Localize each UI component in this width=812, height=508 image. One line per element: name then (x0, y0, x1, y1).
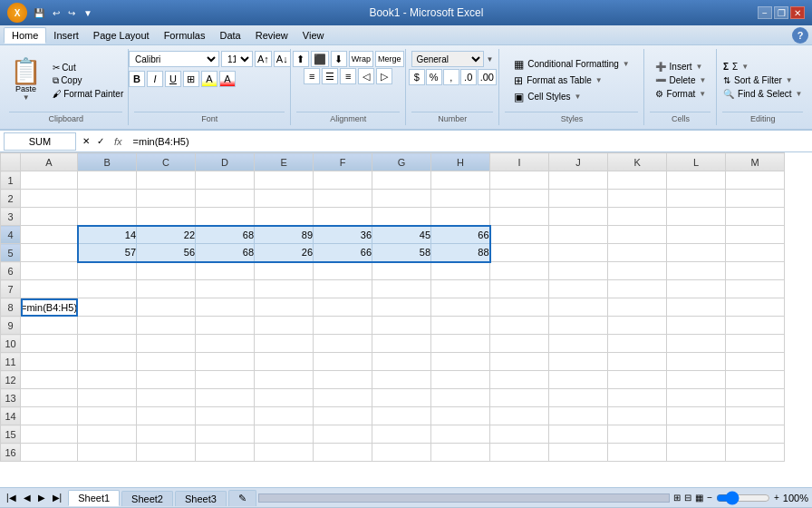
cf-dropdown-arrow[interactable]: ▼ (623, 60, 630, 68)
number-format-dropdown[interactable]: ▼ (486, 55, 493, 64)
delete-dropdown-arrow[interactable]: ▼ (699, 76, 706, 84)
cell-f6[interactable] (314, 262, 372, 280)
menu-formulas[interactable]: Formulas (157, 28, 213, 43)
cell-g3[interactable] (372, 208, 431, 226)
menu-page-layout[interactable]: Page Layout (86, 28, 157, 43)
tab-next-button[interactable]: ▶ (35, 492, 48, 503)
cell-g1[interactable] (372, 171, 431, 190)
name-box[interactable] (4, 132, 76, 151)
paste-dropdown-arrow[interactable]: ▼ (23, 93, 30, 102)
sum-dropdown-arrow[interactable]: ▼ (741, 63, 749, 71)
cell-a6[interactable] (21, 262, 78, 280)
cell-h2[interactable] (431, 190, 490, 208)
cell-m2[interactable] (726, 190, 785, 208)
cell-m3[interactable] (726, 208, 785, 226)
cell-f3[interactable] (314, 208, 372, 226)
find-select-button[interactable]: 🔍 Find & Select ▼ (720, 88, 806, 100)
formula-cancel-button[interactable]: ✕ (80, 136, 92, 146)
cell-l6[interactable] (667, 262, 726, 280)
cell-h3[interactable] (431, 208, 490, 226)
cell-i8[interactable] (431, 298, 490, 317)
cell-c6[interactable] (137, 262, 196, 280)
cell-g5[interactable]: 58 (372, 244, 431, 262)
cell-i5[interactable] (490, 244, 549, 262)
font-size-select[interactable]: 11 (221, 51, 253, 67)
align-middle-button[interactable]: ⬛ (311, 51, 329, 67)
cell-j6[interactable] (549, 262, 608, 280)
row-header-15[interactable]: 15 (1, 425, 21, 444)
cell-a7[interactable] (21, 280, 78, 298)
view-layout-icon[interactable]: ⊟ (684, 493, 691, 503)
cell-j7[interactable] (549, 280, 608, 298)
cell-h8[interactable] (372, 298, 431, 317)
cell-f8[interactable] (255, 298, 314, 317)
tab-last-button[interactable]: ▶| (50, 492, 65, 503)
new-sheet-button[interactable]: ✎ (228, 490, 256, 506)
cell-k5[interactable] (608, 244, 667, 262)
align-right-button[interactable]: ≡ (340, 68, 356, 84)
cell-c1[interactable] (137, 171, 196, 190)
row-header-12[interactable]: 12 (1, 371, 21, 389)
cell-h4[interactable]: 66 (431, 226, 490, 244)
undo-button[interactable]: ↩ (50, 7, 63, 19)
row-header-7[interactable]: 7 (1, 280, 21, 298)
format-button[interactable]: ⚙ Format ▼ (652, 88, 710, 100)
cell-m5[interactable] (726, 244, 785, 262)
zoom-in-button[interactable]: + (774, 493, 779, 503)
cut-button[interactable]: ✂ Cut (49, 62, 127, 73)
delete-button[interactable]: ➖ Delete ▼ (652, 74, 710, 86)
cell-e2[interactable] (255, 190, 314, 208)
cell-k4[interactable] (608, 226, 667, 244)
percent-button[interactable]: % (426, 69, 442, 85)
cell-b4[interactable]: 14 (78, 226, 137, 244)
underline-button[interactable]: U (165, 71, 181, 87)
cell-c5[interactable]: 56 (137, 244, 196, 262)
row-header-10[interactable]: 10 (1, 335, 21, 353)
sheet-tab-2[interactable]: Sheet2 (121, 491, 173, 506)
cell-l4[interactable] (667, 226, 726, 244)
minimize-button[interactable]: − (758, 6, 772, 19)
tab-first-button[interactable]: |◀ (4, 492, 19, 503)
cell-b7[interactable] (78, 280, 137, 298)
cell-i1[interactable] (490, 171, 549, 190)
quick-access-dropdown[interactable]: ▼ (81, 7, 95, 19)
col-header-l[interactable]: L (667, 153, 726, 171)
ft-dropdown-arrow[interactable]: ▼ (595, 76, 603, 84)
number-format-select[interactable]: General (411, 51, 484, 67)
zoom-out-button[interactable]: − (707, 493, 712, 503)
cell-a3[interactable] (21, 208, 78, 226)
cell-f4[interactable]: 36 (314, 226, 372, 244)
cell-k8[interactable] (549, 298, 608, 317)
find-dropdown-arrow[interactable]: ▼ (796, 90, 803, 98)
border-button[interactable]: ⊞ (183, 71, 199, 87)
col-header-m[interactable]: M (726, 153, 785, 171)
cell-a2[interactable] (21, 190, 78, 208)
cell-e6[interactable] (255, 262, 314, 280)
cell-l5[interactable] (667, 244, 726, 262)
formula-confirm-button[interactable]: ✓ (94, 136, 107, 146)
cell-g4[interactable]: 45 (372, 226, 431, 244)
cell-j2[interactable] (549, 190, 608, 208)
insert-dropdown-arrow[interactable]: ▼ (696, 63, 703, 71)
col-header-a[interactable]: A (21, 153, 78, 171)
sf-dropdown-arrow[interactable]: ▼ (786, 76, 793, 84)
tab-prev-button[interactable]: ◀ (21, 492, 34, 503)
row-header-3[interactable]: 3 (1, 208, 21, 226)
row-header-1[interactable]: 1 (1, 171, 21, 190)
decrease-font-button[interactable]: A↓ (274, 51, 291, 67)
cell-d3[interactable] (196, 208, 255, 226)
row-header-4[interactable]: 4 (1, 226, 21, 244)
col-header-f[interactable]: F (314, 153, 372, 171)
format-dropdown-arrow[interactable]: ▼ (699, 90, 706, 98)
cell-c2[interactable] (137, 190, 196, 208)
cell-f5[interactable]: 66 (314, 244, 372, 262)
col-header-j[interactable]: J (549, 153, 608, 171)
merge-center-button[interactable]: Merge (375, 51, 404, 67)
cell-h6[interactable] (431, 262, 490, 280)
cell-e4[interactable]: 89 (255, 226, 314, 244)
decrease-indent-button[interactable]: ◁ (358, 68, 374, 84)
format-table-button[interactable]: ⊞ Format as Table ▼ (510, 73, 633, 88)
cell-g6[interactable] (372, 262, 431, 280)
menu-review[interactable]: Review (248, 28, 295, 43)
close-button[interactable]: ✕ (790, 6, 805, 19)
